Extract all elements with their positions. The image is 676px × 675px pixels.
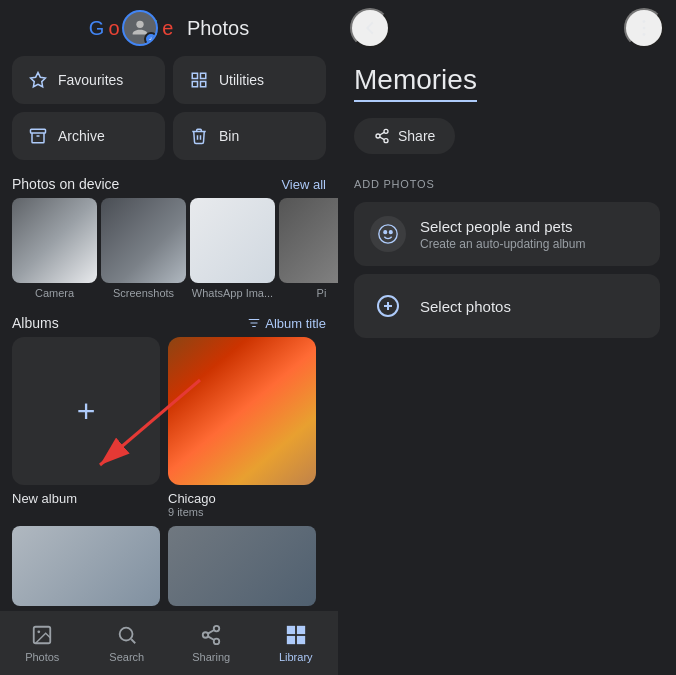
device-photo-screenshots[interactable]: Screenshots [101,198,186,299]
photos-nav-label: Photos [25,651,59,663]
svg-point-14 [214,626,220,632]
select-people-pets-button[interactable]: Select people and pets Create an auto-up… [354,202,660,266]
search-nav-icon [115,623,139,647]
archive-icon [28,126,48,146]
app-title: Google Photos [89,17,249,40]
archive-button[interactable]: Archive [12,112,165,160]
sharing-nav-icon [199,623,223,647]
svg-rect-22 [298,637,304,643]
new-album-label: New album [12,491,77,506]
device-photos-header: Photos on device View all [0,168,338,198]
library-nav-label: Library [279,651,313,663]
svg-point-27 [376,134,380,138]
face-icon [370,216,406,252]
sharing-nav-label: Sharing [192,651,230,663]
svg-rect-6 [31,129,46,133]
add-photos-label: ADD PHOTOS [338,170,676,198]
plus-icon: + [77,393,96,430]
back-icon [359,17,381,39]
trash-icon [189,126,209,146]
left-panel: Google Photos + Favourites Utilities Arc… [0,0,338,675]
chicago-album-sublabel: 9 items [168,506,203,518]
svg-point-0 [136,21,143,28]
device-photo-whatsapp[interactable]: WhatsApp Ima... [190,198,275,299]
svg-point-15 [203,632,209,638]
sort-icon [247,316,261,330]
more-options-button[interactable] [624,8,664,48]
album-title-section: Memories [338,56,676,114]
select-photos-button[interactable]: Select photos [354,274,660,338]
svg-point-11 [38,630,41,633]
chicago-album-item[interactable]: Chicago 9 items [168,337,316,518]
utilities-label: Utilities [219,72,264,88]
favourites-button[interactable]: Favourites [12,56,165,104]
nav-sharing[interactable]: Sharing [169,615,254,671]
bottom-thumbs [0,526,338,610]
svg-point-28 [384,139,388,143]
chicago-album-thumb [168,337,316,485]
svg-rect-2 [192,73,197,78]
svg-line-18 [208,630,214,634]
nav-search[interactable]: Search [85,615,170,671]
people-pets-text: Select people and pets Create an auto-up… [420,218,585,251]
album-title: Memories [354,64,477,102]
svg-point-24 [643,27,646,30]
album-sort-link[interactable]: Album title [247,316,326,331]
device-photos-title: Photos on device [12,176,119,192]
avatar-badge: + [144,32,158,46]
utilities-icon [189,70,209,90]
albums-grid: + New album Chicago 9 items [0,337,338,526]
share-label: Share [398,128,435,144]
nav-photos[interactable]: Photos [0,615,85,671]
right-header [338,0,676,56]
title-google: G [89,17,105,40]
select-photos-title: Select photos [420,298,511,315]
people-pets-subtitle: Create an auto-updating album [420,237,585,251]
new-album-thumb: + [12,337,160,485]
select-photos-text: Select photos [420,298,511,315]
bottom-nav: Photos Search Sharing Library [0,611,338,675]
albums-title: Albums [12,315,59,331]
back-button[interactable] [350,8,390,48]
bottom-thumb-1[interactable] [12,526,160,606]
albums-header: Albums Album title [0,307,338,337]
star-icon [28,70,48,90]
new-album-item[interactable]: + New album [12,337,160,518]
bottom-thumb-2[interactable] [168,526,316,606]
screenshots-thumb [101,198,186,283]
svg-point-31 [379,225,397,243]
bin-button[interactable]: Bin [173,112,326,160]
share-icon [374,128,390,144]
user-avatar[interactable]: + [122,10,158,46]
utilities-button[interactable]: Utilities [173,56,326,104]
svg-rect-21 [288,637,294,643]
svg-line-30 [380,132,385,135]
pi-label: Pi [279,287,338,299]
people-pets-title: Select people and pets [420,218,585,235]
screenshots-label: Screenshots [101,287,186,299]
svg-rect-19 [288,627,294,633]
share-button[interactable]: Share [354,118,455,154]
svg-point-23 [643,20,646,23]
app-header: Google Photos + [0,0,338,56]
right-panel: Memories Share ADD PHOTOS Select people … [338,0,676,675]
svg-rect-5 [201,82,206,87]
svg-point-25 [643,33,646,36]
svg-point-16 [214,639,220,645]
whatsapp-label: WhatsApp Ima... [190,287,275,299]
svg-rect-20 [298,627,304,633]
view-all-link[interactable]: View all [281,177,326,192]
svg-line-13 [131,639,135,643]
svg-point-32 [384,231,387,234]
device-photo-camera[interactable]: Camera [12,198,97,299]
photos-nav-icon [30,623,54,647]
svg-point-12 [119,628,132,641]
svg-rect-4 [192,82,197,87]
svg-point-33 [389,231,392,234]
camera-label: Camera [12,287,97,299]
device-photo-pi[interactable]: Pi [279,198,338,299]
nav-library[interactable]: Library [254,615,339,671]
plus-circle-icon [370,288,406,324]
archive-label: Archive [58,128,105,144]
device-photos-grid: Camera Screenshots WhatsApp Ima... Pi [0,198,338,307]
